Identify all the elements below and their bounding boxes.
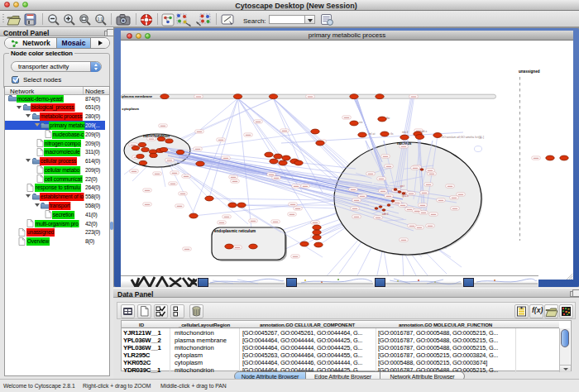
svg-text:1:1: 1:1	[97, 16, 103, 21]
svg-text:gx.t: gx.t	[400, 184, 404, 188]
svg-text:plasma membrane: plasma membrane	[122, 94, 152, 98]
svg-text:[-..]: [-..]	[480, 136, 484, 139]
svg-text:ml at: ml at	[369, 132, 375, 136]
svg-text:unassigned: unassigned	[519, 69, 540, 74]
svg-text:endoplasmic reticulum: endoplasmic reticulum	[214, 229, 256, 233]
svg-text:GO:weslam atl;GO:amelra ls:t(a: GO:weslam atl;GO:amelra ls:t(a)	[442, 136, 482, 139]
svg-text:mb.tl: mb.tl	[402, 131, 409, 134]
svg-text:tls: tls	[390, 132, 394, 136]
svg-text:stx: stx	[359, 121, 363, 124]
svg-text:adh tl: adh tl	[382, 213, 389, 216]
svg-text:lys1.x: lys1.x	[402, 194, 409, 198]
svg-text:cytoplasm: cytoplasm	[122, 107, 139, 111]
